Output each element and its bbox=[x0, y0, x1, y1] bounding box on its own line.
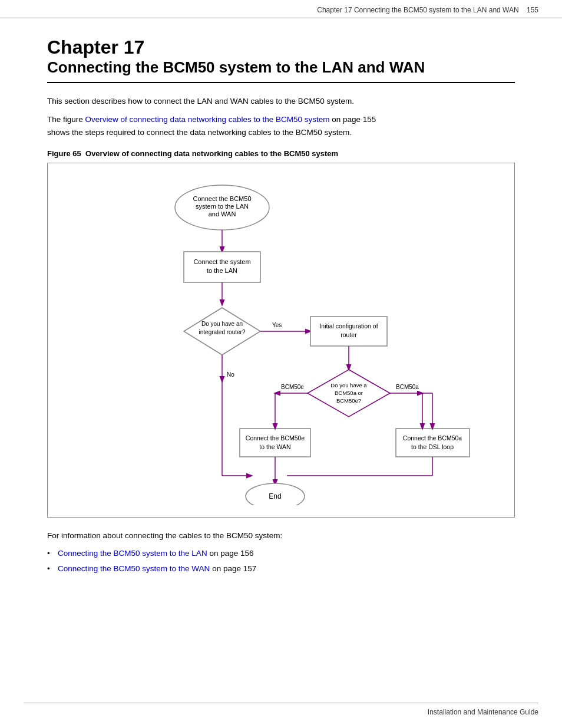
svg-text:Connect the BCM50e: Connect the BCM50e bbox=[246, 434, 305, 442]
link-wan[interactable]: Connecting the BCM50 system to the WAN bbox=[58, 564, 210, 573]
svg-text:to the LAN: to the LAN bbox=[207, 267, 237, 274]
svg-text:Do you have an: Do you have an bbox=[201, 321, 243, 327]
chapter-area: Chapter 17 Connecting the BCM50 system t… bbox=[0, 18, 562, 83]
chapter-number: Chapter 17 bbox=[47, 36, 515, 58]
svg-text:router: router bbox=[340, 331, 357, 338]
svg-text:to the WAN: to the WAN bbox=[259, 443, 290, 450]
intro-line2: The figure Overview of connecting data n… bbox=[47, 113, 515, 139]
svg-text:Connect the system: Connect the system bbox=[193, 258, 250, 265]
intro-line2-end: shows the steps required to connect the … bbox=[47, 128, 352, 137]
svg-text:integrated router?: integrated router? bbox=[199, 329, 246, 335]
content-area: This section describes how to connect th… bbox=[0, 83, 562, 589]
svg-text:system to the LAN: system to the LAN bbox=[196, 203, 249, 210]
list-item-2: Connecting the BCM50 system to the WAN o… bbox=[47, 562, 515, 575]
page-header: Chapter 17 Connecting the BCM50 system t… bbox=[0, 0, 562, 18]
svg-text:Connect the BCM50a: Connect the BCM50a bbox=[403, 434, 462, 442]
flowchart-container: Connect the BCM50 system to the LAN and … bbox=[47, 163, 515, 518]
list-item-1: Connecting the BCM50 system to the LAN o… bbox=[47, 547, 515, 560]
intro-line2-prefix: The figure bbox=[47, 115, 85, 124]
intro-link[interactable]: Overview of connecting data networking c… bbox=[85, 115, 330, 124]
svg-text:to the DSL loop: to the DSL loop bbox=[411, 443, 454, 450]
chapter-title: Connecting the BCM50 system to the LAN a… bbox=[47, 58, 515, 83]
svg-rect-32 bbox=[396, 429, 470, 457]
intro-line1: This section describes how to connect th… bbox=[47, 95, 515, 108]
page-footer: Installation and Maintenance Guide bbox=[24, 703, 538, 716]
svg-text:Connect the BCM50: Connect the BCM50 bbox=[193, 195, 251, 202]
figure-caption-text: Overview of connecting data networking c… bbox=[85, 149, 338, 158]
svg-text:Initial configuration of: Initial configuration of bbox=[319, 322, 378, 330]
svg-text:BCM50a: BCM50a bbox=[396, 384, 419, 390]
figure-label: Figure 65 bbox=[47, 149, 81, 158]
link-lan-suffix: on page 156 bbox=[209, 549, 253, 558]
svg-text:BCM50e: BCM50e bbox=[281, 384, 304, 390]
svg-text:BCM50a or: BCM50a or bbox=[335, 390, 363, 396]
footer-info: For information about connecting the cab… bbox=[47, 529, 515, 542]
footer-text: Installation and Maintenance Guide bbox=[428, 708, 538, 716]
svg-text:BCM50e?: BCM50e? bbox=[336, 397, 361, 404]
svg-text:End: End bbox=[269, 492, 281, 500]
svg-rect-26 bbox=[240, 429, 310, 457]
svg-text:Yes: Yes bbox=[272, 322, 282, 328]
link-wan-suffix: on page 157 bbox=[212, 564, 256, 573]
link-lan[interactable]: Connecting the BCM50 system to the LAN bbox=[58, 549, 207, 558]
links-list: Connecting the BCM50 system to the LAN o… bbox=[47, 547, 515, 575]
header-page-number: 155 bbox=[527, 6, 538, 14]
svg-text:Do you have a: Do you have a bbox=[330, 382, 367, 388]
svg-text:No: No bbox=[227, 371, 234, 378]
figure-caption: Figure 65 Overview of connecting data ne… bbox=[47, 149, 515, 158]
intro-suffix: on page 155 bbox=[330, 115, 376, 124]
header-text: Chapter 17 Connecting the BCM50 system t… bbox=[317, 6, 518, 14]
flowchart-svg: Connect the BCM50 system to the LAN and … bbox=[81, 175, 481, 505]
svg-text:and WAN: and WAN bbox=[209, 210, 236, 218]
